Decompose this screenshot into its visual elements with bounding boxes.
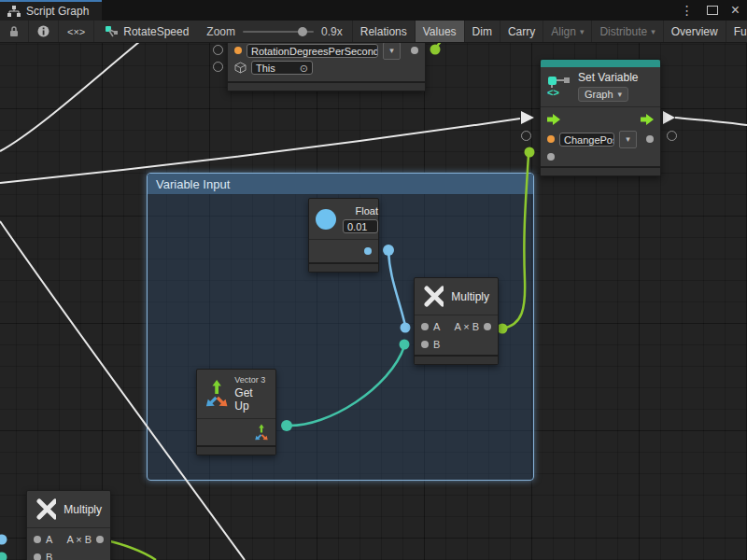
zoom-slider-thumb[interactable] — [298, 27, 307, 36]
toolbar-button-overview[interactable]: Overview — [664, 21, 726, 42]
node-title: Multiply — [63, 503, 102, 516]
node-type-label: Vector 3 — [234, 375, 268, 385]
node-title: Set Variable — [578, 71, 638, 84]
scope-dropdown[interactable]: Graph ▾ — [578, 87, 628, 102]
info-icon — [37, 25, 49, 37]
chevron-down-icon: ▾ — [626, 134, 630, 144]
graph-canvas[interactable]: Variable Input RotationDegr — [0, 0, 747, 560]
lock-icon — [8, 25, 20, 37]
info-button[interactable] — [29, 21, 59, 42]
graph-tab-icon — [7, 6, 21, 17]
node-footer — [415, 355, 498, 364]
empty-port[interactable] — [521, 131, 531, 141]
code-icon: <×> — [67, 26, 85, 37]
code-view-button[interactable]: <×> — [59, 21, 94, 42]
chevron-down-icon: ▾ — [389, 46, 394, 55]
port-label-a: A — [46, 534, 52, 545]
port-label-b: B — [433, 339, 440, 350]
menu-icon[interactable]: ⋮ — [681, 4, 694, 17]
zoom-label: Zoom — [206, 25, 235, 38]
toolbar-button-fullscreen[interactable]: Full Screen — [726, 21, 747, 42]
multiply-icon — [423, 285, 444, 308]
float-value-field[interactable]: 0.01 — [343, 219, 378, 233]
port-label-out: A × B — [454, 321, 479, 332]
output-port[interactable] — [96, 536, 104, 543]
output-port[interactable] — [484, 323, 491, 330]
output-port[interactable] — [646, 135, 654, 143]
group-header[interactable]: Variable Input — [148, 174, 533, 194]
port-label-out: A × B — [66, 534, 92, 545]
tab-script-graph[interactable]: Script Graph — [0, 0, 102, 21]
graph-name-label: RotateSpeed — [94, 21, 197, 42]
maximize-icon[interactable] — [707, 6, 718, 15]
vector3-output-port[interactable] — [254, 424, 269, 441]
multiply-icon — [35, 497, 56, 521]
chevron-down-icon: ▾ — [580, 27, 585, 36]
set-variable-icon: <> — [547, 76, 571, 97]
tab-title: Script Graph — [26, 5, 89, 18]
input-port-b[interactable] — [34, 553, 41, 560]
zoom-control: Zoom 0.9x — [197, 21, 351, 42]
input-port[interactable] — [547, 153, 555, 161]
empty-port[interactable] — [667, 131, 677, 141]
float-node[interactable]: Float 0.01 — [308, 198, 379, 273]
multiply-node[interactable]: Multiply A A × B B — [414, 277, 499, 365]
node-title: Multiply — [451, 290, 489, 303]
empty-port[interactable] — [213, 45, 223, 55]
input-port-b[interactable] — [421, 341, 429, 348]
input-port-a[interactable] — [421, 323, 429, 330]
node-footer — [541, 166, 660, 175]
wire-endpoint-lime[interactable] — [430, 45, 441, 55]
float-icon — [316, 209, 336, 230]
wire-flow-topleft — [0, 37, 145, 151]
toolbar-button-carry[interactable]: Carry — [500, 21, 543, 42]
graph-icon — [106, 26, 118, 37]
multiply-node-bottom[interactable]: Multiply A A × B B — [26, 490, 111, 560]
toolbar-button-dim[interactable]: Dim — [465, 21, 500, 42]
zoom-slider[interactable] — [243, 31, 314, 33]
cube-icon — [234, 62, 247, 74]
node-footer — [309, 262, 378, 272]
variable-name-field[interactable]: RotationDegreesPerSecond — [247, 44, 378, 58]
node-title: Get Up — [234, 386, 268, 413]
output-port[interactable] — [364, 247, 372, 255]
group-title: Variable Input — [156, 177, 230, 191]
get-variable-node[interactable]: RotationDegreesPerSecond ▾ This ⊙ — [227, 37, 426, 91]
wire-endpoint-teal[interactable] — [0, 553, 7, 560]
wire-endpoint-blue[interactable] — [0, 535, 7, 545]
empty-port[interactable] — [213, 62, 223, 72]
wire-flow-out-of-setvariable — [675, 118, 747, 125]
target-value: This — [256, 62, 275, 74]
toolbar-button-align[interactable]: Align ▾ — [543, 21, 592, 42]
variable-dropdown-button[interactable]: ▾ — [619, 131, 637, 148]
vector3-icon — [204, 378, 229, 410]
toolbar-button-distribute[interactable]: Distribute ▾ — [592, 21, 663, 42]
toolbar-button-values[interactable]: Values — [416, 21, 465, 42]
flow-in-port[interactable] — [547, 114, 560, 125]
node-title: Float — [356, 205, 378, 217]
value-port[interactable] — [547, 135, 555, 143]
scope-value: Graph — [585, 89, 613, 100]
get-up-node[interactable]: Vector 3 Get Up — [196, 369, 276, 455]
port-label-a: A — [433, 321, 440, 332]
value-port[interactable] — [234, 47, 242, 54]
output-port[interactable] — [411, 47, 418, 54]
target-picker-icon[interactable]: ⊙ — [300, 62, 308, 74]
node-footer — [197, 445, 275, 455]
lock-button[interactable] — [0, 21, 29, 42]
set-variable-node[interactable]: <> Set Variable Graph ▾ ChangePos ▾ — [540, 59, 661, 176]
input-port-a[interactable] — [34, 536, 41, 543]
variable-dropdown-button[interactable]: ▾ — [383, 42, 401, 60]
flow-out-port[interactable] — [641, 114, 654, 125]
variable-kind-bar — [541, 60, 660, 67]
port-label-b: B — [46, 552, 52, 560]
variable-name-field[interactable]: ChangePos — [559, 133, 614, 147]
chevron-down-icon: ▾ — [651, 27, 655, 36]
zoom-value: 0.9x — [321, 25, 343, 38]
tab-bar: Script Graph ⋮ × — [0, 0, 747, 21]
node-footer — [228, 81, 425, 91]
close-icon[interactable]: × — [731, 3, 740, 18]
wire-endpoint-lime[interactable] — [525, 147, 535, 158]
target-field[interactable]: This ⊙ — [251, 61, 313, 75]
toolbar-button-relations[interactable]: Relations — [352, 21, 416, 42]
